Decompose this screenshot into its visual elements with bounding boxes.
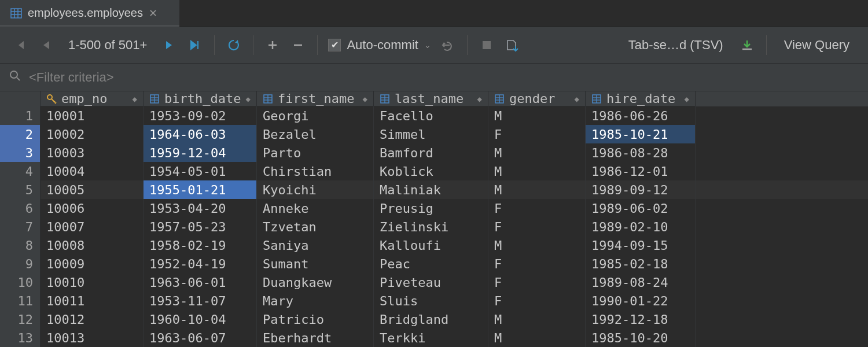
cell[interactable]: F (488, 291, 586, 310)
download-button[interactable] (735, 33, 759, 57)
export-format-dropdown[interactable]: Tab-se…d (TSV) (618, 38, 734, 53)
table-row[interactable]: 2100021964-06-03BezalelSimmelF1985-10-21 (0, 125, 868, 143)
cell[interactable]: 10004 (41, 162, 144, 180)
cell[interactable]: 1964-06-03 (144, 125, 257, 143)
table-row[interactable]: 3100031959-12-04PartoBamfordM1986-08-28 (0, 143, 868, 162)
cell[interactable]: 1960-10-04 (144, 310, 257, 328)
cell[interactable]: 1953-11-07 (144, 291, 257, 310)
cell[interactable]: 10007 (41, 217, 144, 236)
cell[interactable]: Sumant (257, 254, 374, 273)
cell[interactable]: 1989-06-02 (586, 199, 696, 217)
cell[interactable]: 10013 (41, 328, 144, 347)
column-header-first_name[interactable]: first_name◆ (257, 91, 374, 106)
cell[interactable]: 1958-02-19 (144, 236, 257, 254)
table-row[interactable]: 4100041954-05-01ChirstianKoblickM1986-12… (0, 162, 868, 180)
editor-tab[interactable]: employees.employees ✕ (0, 0, 179, 26)
cell[interactable]: Saniya (257, 236, 374, 254)
cell[interactable]: F (488, 217, 586, 236)
cell[interactable]: 1952-04-19 (144, 254, 257, 273)
add-row-button[interactable] (260, 33, 285, 57)
row-number[interactable]: 13 (0, 328, 41, 347)
stop-button[interactable] (475, 33, 499, 57)
cell[interactable]: 1959-12-04 (144, 143, 257, 162)
table-row[interactable]: 7100071957-05-23TzvetanZielinskiF1989-02… (0, 217, 868, 236)
cell[interactable]: 1955-01-21 (144, 180, 257, 199)
column-header-gender[interactable]: gender◆ (488, 91, 586, 106)
cell[interactable]: 1989-08-24 (586, 273, 696, 291)
cell[interactable]: M (488, 236, 586, 254)
column-header-last_name[interactable]: last_name◆ (374, 91, 488, 106)
cell[interactable]: Chirstian (257, 162, 374, 180)
cell[interactable]: Preusig (374, 199, 488, 217)
row-number[interactable]: 4 (0, 162, 41, 180)
row-number[interactable]: 12 (0, 310, 41, 328)
sort-indicator-icon[interactable]: ◆ (685, 94, 689, 104)
prev-page-button[interactable] (34, 33, 58, 57)
table-row[interactable]: 1100011953-09-02GeorgiFacelloM1986-06-26 (0, 106, 868, 125)
row-number[interactable]: 10 (0, 273, 41, 291)
sort-indicator-icon[interactable]: ◆ (575, 94, 579, 104)
table-row[interactable]: 12100121960-10-04PatricioBridglandM1992-… (0, 310, 868, 328)
row-number[interactable]: 9 (0, 254, 41, 273)
cell[interactable]: 1957-05-23 (144, 217, 257, 236)
cell[interactable]: 1954-05-01 (144, 162, 257, 180)
table-row[interactable]: 10100101963-06-01DuangkaewPiveteauF1989-… (0, 273, 868, 291)
cell[interactable]: 1986-06-26 (586, 106, 696, 125)
cell[interactable]: 1986-12-01 (586, 162, 696, 180)
cell[interactable]: 1990-01-22 (586, 291, 696, 310)
row-number[interactable]: 11 (0, 291, 41, 310)
cell[interactable]: 1953-09-02 (144, 106, 257, 125)
next-page-button[interactable] (157, 33, 182, 57)
cell[interactable]: M (488, 162, 586, 180)
cell[interactable]: F (488, 199, 586, 217)
auto-commit-toggle[interactable]: ✔ Auto-commit ⌄ (325, 38, 434, 53)
cell[interactable]: Anneke (257, 199, 374, 217)
cell[interactable]: 1985-10-21 (586, 125, 696, 143)
cell[interactable]: Maliniak (374, 180, 488, 199)
cell[interactable]: 1963-06-07 (144, 328, 257, 347)
cell[interactable]: Mary (257, 291, 374, 310)
cell[interactable]: Eberhardt (257, 328, 374, 347)
column-header-hire_date[interactable]: hire_date◆ (586, 91, 696, 106)
cell[interactable]: M (488, 328, 586, 347)
cell[interactable]: Duangkaew (257, 273, 374, 291)
cell[interactable]: 10001 (41, 106, 144, 125)
cell[interactable]: Koblick (374, 162, 488, 180)
cell[interactable]: Patricio (257, 310, 374, 328)
table-row[interactable]: 9100091952-04-19SumantPeacF1985-02-18 (0, 254, 868, 273)
cell[interactable]: 1992-12-18 (586, 310, 696, 328)
last-page-button[interactable] (183, 33, 207, 57)
rollback-button[interactable] (436, 33, 460, 57)
cell[interactable]: Piveteau (374, 273, 488, 291)
cell[interactable]: Peac (374, 254, 488, 273)
cell[interactable]: F (488, 254, 586, 273)
cell[interactable]: M (488, 106, 586, 125)
cell[interactable]: M (488, 180, 586, 199)
cell[interactable]: 1986-08-28 (586, 143, 696, 162)
cell[interactable]: Tzvetan (257, 217, 374, 236)
row-number[interactable]: 6 (0, 199, 41, 217)
refresh-button[interactable] (222, 33, 246, 57)
column-header-emp_no[interactable]: emp_no◆ (41, 91, 144, 106)
cell[interactable]: 10012 (41, 310, 144, 328)
row-number[interactable]: 8 (0, 236, 41, 254)
cell[interactable]: 1953-04-20 (144, 199, 257, 217)
row-number[interactable]: 1 (0, 106, 41, 125)
cell[interactable]: 1989-09-12 (586, 180, 696, 199)
table-row[interactable]: 13100131963-06-07EberhardtTerkkiM1985-10… (0, 328, 868, 347)
cell[interactable]: Kalloufi (374, 236, 488, 254)
cell[interactable]: Facello (374, 106, 488, 125)
cell[interactable]: Bridgland (374, 310, 488, 328)
sort-indicator-icon[interactable]: ◆ (363, 94, 367, 104)
sort-indicator-icon[interactable]: ◆ (246, 94, 251, 104)
sort-indicator-icon[interactable]: ◆ (133, 94, 137, 104)
cell[interactable]: 1994-09-15 (586, 236, 696, 254)
filter-input[interactable]: <Filter criteria> (29, 70, 859, 85)
cell[interactable]: 10002 (41, 125, 144, 143)
table-row[interactable]: 6100061953-04-20AnnekePreusigF1989-06-02 (0, 199, 868, 217)
cell[interactable]: Zielinski (374, 217, 488, 236)
cell[interactable]: 10003 (41, 143, 144, 162)
cell[interactable]: 1985-02-18 (586, 254, 696, 273)
table-row[interactable]: 11100111953-11-07MarySluisF1990-01-22 (0, 291, 868, 310)
row-number[interactable]: 5 (0, 180, 41, 199)
